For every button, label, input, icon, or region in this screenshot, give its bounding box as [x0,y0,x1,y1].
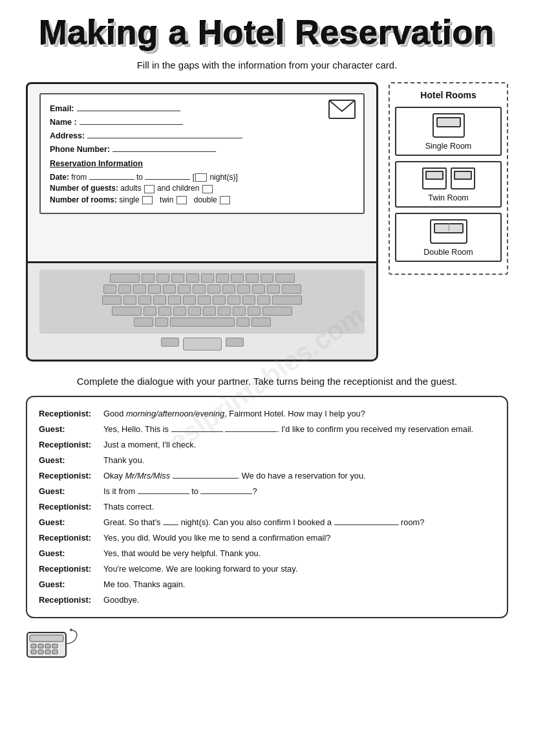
instruction-2: Complete the dialogue with your partner.… [26,376,508,387]
speech-1: Good morning/afternoon/evening, Fairmont… [103,406,495,421]
dialogue-box: Receptionist: Good morning/afternoon/eve… [26,396,508,618]
double-room-box: Double Room [395,213,502,262]
hotel-rooms-panel: Hotel Rooms Single Room Twin Room Double… [389,82,508,275]
key [173,307,186,316]
phone-label: Phone Number: [50,145,110,154]
key [246,274,259,283]
speaker-receptionist-6: Receptionist: [39,561,103,576]
dialogue-line-9: Receptionist: Yes, you did. Would you li… [39,530,495,545]
svg-rect-3 [31,644,36,648]
key [138,296,151,305]
dialogue-line-5: Receptionist: Okay Mr/Mrs/Miss . We do h… [39,468,495,483]
key [156,274,169,283]
address-line: Address: [50,129,354,140]
dialogue-line-3: Receptionist: Just a moment, I'll check. [39,437,495,452]
key [252,285,265,294]
speech-5: Okay Mr/Mrs/Miss . We do have a reservat… [103,468,495,483]
key [216,274,229,283]
twin-bed-right [451,167,475,189]
guests-line: Number of guests: adults and children [50,184,354,193]
email-label: Email: [50,104,74,113]
touchpad-left-btn [161,338,179,347]
twin-room-label: Twin Room [400,193,497,202]
key [153,296,166,305]
form-screen: Email: Name : Address: Phone Number: [39,93,365,214]
key [282,285,301,294]
key [237,318,250,327]
speech-11: You're welcome. We are looking forward t… [103,561,495,576]
speech-3: Just a moment, I'll check. [103,437,495,452]
key [144,307,156,316]
speech-12: Me too. Thanks again. [103,577,495,592]
page-title: Making a Hotel Reservation [26,13,508,52]
name-blank [80,116,183,125]
key-row-5 [43,318,361,327]
laptop-screen: Email: Name : Address: Phone Number: [26,82,378,263]
speech-4: Thank you. [103,453,495,468]
speaker-guest-1: Guest: [39,422,103,437]
key [233,307,246,316]
speaker-receptionist-1: Receptionist: [39,406,103,421]
date-label: Date: from [50,173,89,182]
hotel-rooms-title: Hotel Rooms [395,90,502,100]
dialogue-line-13: Receptionist: Goodbye. [39,592,495,607]
key [248,307,261,316]
speech-6: Is it from to ? [103,484,495,499]
dialogue-line-7: Receptionist: Thats correct. [39,499,495,514]
speaker-guest-6: Guest: [39,577,103,592]
email-line: Email: [50,102,354,113]
key [275,274,295,283]
key-row-3 [43,296,361,305]
key [218,307,231,316]
dialogue-line-12: Guest: Me too. Thanks again. [39,577,495,592]
twin-room-box: Twin Room [395,161,502,208]
key [198,296,211,305]
address-blank [87,129,242,138]
date-from-blank [89,171,134,180]
dialogue-line-11: Receptionist: You're welcome. We are loo… [39,561,495,576]
speaker-receptionist-5: Receptionist: [39,530,103,545]
speech-8: Great. So that's night(s). Can you also … [103,515,495,530]
speech-13: Goodbye. [103,592,495,607]
key [203,307,216,316]
key-row-2 [43,285,361,294]
key-row-4 [43,307,361,316]
svg-rect-4 [38,644,43,648]
speaker-receptionist-7: Receptionist: [39,592,103,607]
dialogue-line-4: Guest: Thank you. [39,453,495,468]
phone-line: Phone Number: [50,143,354,154]
speech-7: Thats correct. [103,499,495,514]
date-to-text: to [136,173,145,182]
touchpad-area [39,338,365,351]
key [103,285,116,294]
dialogue-line-2: Guest: Yes, Hello. This is . I'd like to… [39,422,495,437]
key [123,296,136,305]
key [213,296,226,305]
key [272,296,302,305]
svg-rect-6 [52,644,58,648]
rooms-text: single twin double [119,195,231,204]
email-blank [77,102,180,111]
blank-room-type [334,516,399,525]
key [171,274,184,283]
speech-2: Yes, Hello. This is . I'd like to confir… [103,422,495,437]
key [257,296,270,305]
key [261,274,273,283]
key [231,274,244,283]
date-line: Date: from to [ night(s)] [50,171,354,182]
blank-nights [163,516,178,525]
speaker-receptionist-4: Receptionist: [39,499,103,514]
speaker-receptionist-2: Receptionist: [39,437,103,452]
dialogue-line-6: Guest: Is it from to ? [39,484,495,499]
svg-point-11 [70,629,72,631]
speech-10: Yes, that would be very helpful. Thank y… [103,546,495,561]
touchpad [183,338,222,351]
rooms-line: Number of rooms: single twin double [50,195,354,204]
key [208,285,220,294]
single-bed-icon [433,113,465,138]
svg-rect-8 [38,650,43,654]
laptop-illustration: Email: Name : Address: Phone Number: [26,82,378,362]
key [267,285,280,294]
key [118,285,131,294]
dialogue-line-8: Guest: Great. So that's night(s). Can yo… [39,515,495,530]
